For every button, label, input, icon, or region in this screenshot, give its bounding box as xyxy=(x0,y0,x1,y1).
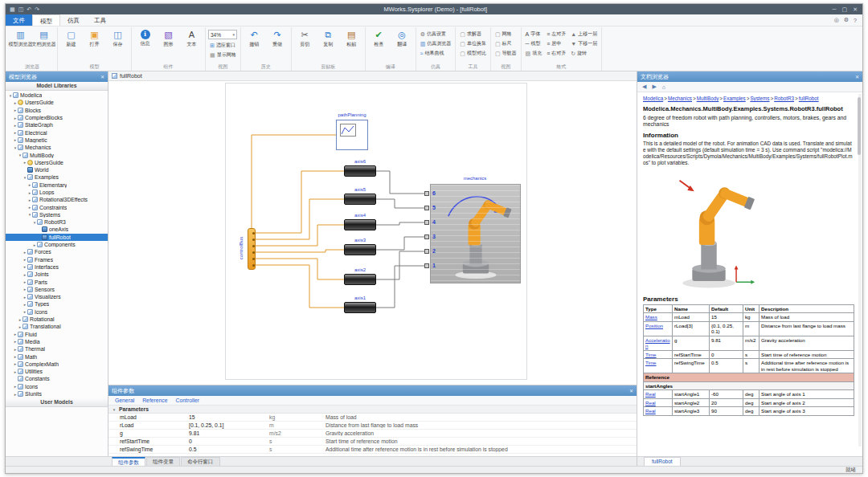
ribbon-button[interactable]: ↶撤销 xyxy=(244,28,265,48)
breadcrumb-link-modelica[interactable]: Modelica xyxy=(643,96,663,101)
model-libraries-header[interactable]: Model Libraries xyxy=(6,82,108,91)
type-link[interactable]: Time xyxy=(645,352,657,357)
breadcrumb-link-robotr3[interactable]: RobotR3 xyxy=(774,96,794,101)
menu-tab-1[interactable]: 模型 xyxy=(32,14,60,26)
tree-item-thermal[interactable]: ▸Thermal xyxy=(6,345,108,353)
ribbon-button[interactable]: ▼下移一层 xyxy=(569,39,599,48)
ribbon-button[interactable]: ℹ信息 xyxy=(134,28,156,47)
mechanics-block[interactable] xyxy=(430,184,521,283)
ribbon-button[interactable]: ▢求解器 xyxy=(458,30,488,39)
tree-item-forces[interactable]: ▸Forces xyxy=(6,248,108,255)
parameter-value[interactable]: [0.1, 0.25, 0.1] xyxy=(189,422,269,428)
tree-item-parts[interactable]: ▸Parts xyxy=(6,278,108,285)
tree-item-sensors[interactable]: ▸Sensors xyxy=(6,286,108,293)
help-icon[interactable]: ? xyxy=(854,18,857,23)
wire[interactable] xyxy=(252,135,336,228)
redo-icon[interactable]: ↷ xyxy=(35,4,39,14)
ribbon-button[interactable]: ▤粘贴 xyxy=(341,28,362,48)
ribbon-button[interactable]: ▤文档浏览器 xyxy=(33,28,55,48)
canvas-tab-label[interactable]: fullRobot xyxy=(120,73,142,79)
wire[interactable] xyxy=(376,222,424,225)
settings-icon[interactable]: ⚙ xyxy=(844,17,849,23)
tree-item-modelica[interactable]: ▾Modelica xyxy=(6,92,108,99)
tree-item-fullrobot[interactable]: fullRobot xyxy=(6,234,108,241)
param-group-link-general[interactable]: General xyxy=(115,398,134,403)
parameter-value[interactable]: 15 xyxy=(189,414,269,420)
tree-item-frames[interactable]: ▸Frames xyxy=(6,256,108,263)
tree-item-systems[interactable]: ▾Systems xyxy=(6,211,108,218)
tree-item-interfaces[interactable]: ▸Interfaces xyxy=(6,263,108,271)
pathplanning-block[interactable] xyxy=(336,120,368,150)
search-icon[interactable]: ◎ xyxy=(834,17,839,23)
parameter-value[interactable]: 9.81 xyxy=(189,430,269,436)
forward-icon[interactable]: ▶ xyxy=(652,84,656,90)
ribbon-button[interactable]: ⊞适应窗口 xyxy=(208,41,238,50)
ribbon-button[interactable]: ▢导航器 xyxy=(493,49,518,58)
axis-block[interactable] xyxy=(344,194,376,205)
axis-block[interactable] xyxy=(344,302,376,313)
doc-tab-fullrobot[interactable]: fullRobot xyxy=(644,457,681,466)
mechanics-port[interactable] xyxy=(424,234,429,239)
parameters-section-row[interactable]: ▾ Parameters xyxy=(108,406,637,414)
tree-item-mechanics[interactable]: ▾Mechanics xyxy=(6,144,108,151)
tree-item-types[interactable]: ▸Types xyxy=(6,300,108,308)
tree-item-math[interactable]: ▸Math xyxy=(6,353,108,360)
type-link[interactable]: Acceleration xyxy=(645,337,670,349)
close-icon[interactable]: ✕ xyxy=(855,74,859,80)
tree-item-complexmath[interactable]: ▸ComplexMath xyxy=(6,361,108,368)
param-group-link-controller[interactable]: Controller xyxy=(176,398,199,403)
ribbon-button[interactable]: ─线型 xyxy=(524,39,544,48)
tree-item-examples[interactable]: ▾Examples xyxy=(6,173,108,181)
type-link[interactable]: Real xyxy=(645,408,656,414)
axis-block[interactable] xyxy=(344,274,376,285)
tree-item-constraints[interactable]: ▸Constraints xyxy=(6,203,108,210)
tree-item-usersguide[interactable]: ▸UsersGuide xyxy=(6,99,108,106)
mechanics-port[interactable] xyxy=(424,220,429,225)
back-icon[interactable]: ◀ xyxy=(642,84,646,90)
type-link[interactable]: Position xyxy=(645,323,663,328)
breadcrumb-link-fullrobot[interactable]: fullRobot xyxy=(799,96,819,101)
tree-item-usersguide[interactable]: ▸UsersGuide xyxy=(6,159,108,166)
scrollbar[interactable] xyxy=(858,94,862,446)
close-icon[interactable]: ✕ xyxy=(853,4,858,14)
ribbon-button[interactable]: ▢网格 xyxy=(493,30,518,39)
parameter-row[interactable]: rLoad[0.1, 0.25, 0.1]mDistance from last… xyxy=(108,422,637,430)
tree-item-stategraph[interactable]: ▸StateGraph xyxy=(6,121,108,128)
ribbon-button[interactable]: ▢新建 xyxy=(60,28,82,48)
save-icon[interactable]: ◫ xyxy=(18,4,24,14)
parameter-row[interactable]: mLoad15kgMass of load xyxy=(108,414,637,422)
tree-item-siunits[interactable]: ▸SIunits xyxy=(6,390,108,398)
ribbon-button[interactable]: ◎翻译 xyxy=(391,28,413,48)
param-group-link-reference[interactable]: Reference xyxy=(142,398,167,403)
wire[interactable] xyxy=(256,225,344,246)
mechanics-port[interactable] xyxy=(424,206,429,210)
ribbon-button[interactable]: ▥仿真浏览器 xyxy=(419,39,453,48)
parameter-row[interactable]: g9.81m/s2Gravity acceleration xyxy=(108,430,637,438)
type-link[interactable]: Mass xyxy=(645,314,657,320)
tree-item-complexblocks[interactable]: ▸ComplexBlocks xyxy=(6,114,108,121)
tree-item-media[interactable]: ▸Media xyxy=(6,338,108,345)
ribbon-button[interactable]: ◫保存 xyxy=(107,28,129,48)
controlbus-connector[interactable] xyxy=(248,228,256,270)
ribbon-button[interactable]: ▧图形 xyxy=(158,28,179,48)
ribbon-button[interactable]: ▨填充 xyxy=(524,49,544,58)
ribbon-button[interactable]: ≡右对齐 xyxy=(545,49,567,58)
scrollbar-thumb[interactable] xyxy=(858,97,861,155)
ribbon-button[interactable]: ⧉复制 xyxy=(317,28,339,48)
tree-item-rotational[interactable]: ▸Rotational xyxy=(6,316,108,323)
axis-block[interactable] xyxy=(344,244,376,255)
documentation-content[interactable]: Modelica>Mechanics>MultiBody>Examples>Sy… xyxy=(637,92,862,456)
app-logo-icon[interactable]: ▦ xyxy=(10,4,15,14)
ribbon-button[interactable]: ↻旋转 xyxy=(569,49,599,58)
ribbon-button[interactable]: ≡居中 xyxy=(545,39,567,48)
type-link[interactable]: Real xyxy=(645,400,656,406)
tree-item-multibody[interactable]: ▾MultiBody xyxy=(6,151,108,158)
tree-item-fluid[interactable]: ▸Fluid xyxy=(6,331,108,338)
bottom-tab-0[interactable]: 组件参数 xyxy=(112,457,145,466)
wire[interactable] xyxy=(256,259,344,279)
menu-tab-3[interactable]: 工具 xyxy=(87,14,113,26)
bottom-tab-1[interactable]: 组件变量 xyxy=(146,457,180,466)
home-icon[interactable]: ⌂ xyxy=(662,84,665,90)
ribbon-button[interactable]: ▢模型对比 xyxy=(458,49,488,58)
undo-icon[interactable]: ↶ xyxy=(27,4,31,14)
